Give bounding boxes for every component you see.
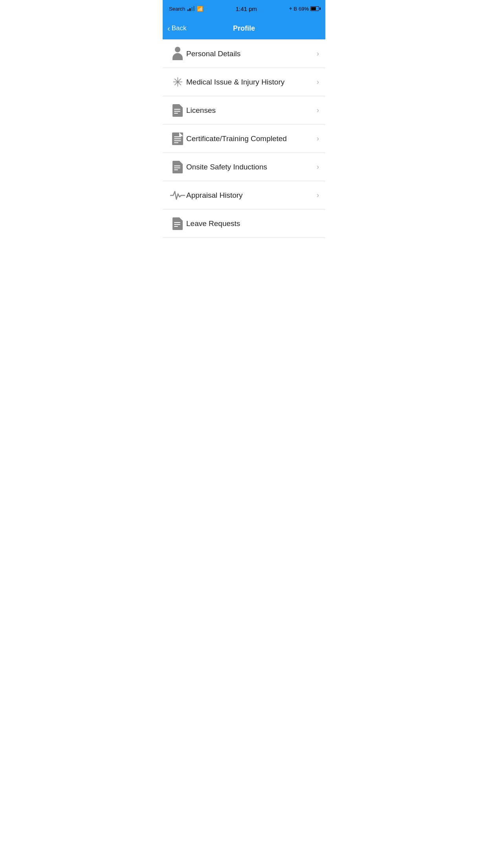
onsite-safety-label: Onsite Safety Inductions — [186, 163, 314, 171]
leave-requests-label: Leave Requests — [186, 219, 319, 228]
chevron-right-icon: › — [317, 106, 319, 114]
leave-icon — [169, 217, 186, 230]
appraisal-icon — [169, 190, 186, 201]
carrier-label: Search — [169, 6, 185, 12]
status-right: ⌖ B 69% — [289, 6, 319, 12]
menu-list: Personal Details › ✳ Medical Issue & Inj… — [163, 40, 325, 238]
chevron-right-icon: › — [317, 78, 319, 86]
certificate-icon — [169, 132, 186, 145]
content-area — [163, 238, 325, 395]
battery-percent: 69% — [299, 6, 309, 12]
personal-details-label: Personal Details — [186, 50, 314, 58]
safety-icon — [169, 161, 186, 173]
signal-bars-icon — [187, 6, 194, 11]
menu-item-onsite-safety[interactable]: Onsite Safety Inductions › — [163, 153, 325, 181]
back-chevron-icon: ‹ — [167, 24, 170, 32]
chevron-right-icon: › — [317, 163, 319, 171]
back-label: Back — [172, 24, 187, 32]
back-button[interactable]: ‹ Back — [167, 24, 186, 32]
person-icon — [169, 47, 186, 61]
wifi-icon: 📶 — [197, 6, 203, 12]
menu-item-personal-details[interactable]: Personal Details › — [163, 40, 325, 68]
menu-item-certificate-training[interactable]: Certificate/Training Completed › — [163, 125, 325, 153]
appraisal-history-label: Appraisal History — [186, 191, 314, 200]
document-icon — [169, 104, 186, 117]
status-time: 1:41 pm — [236, 6, 257, 12]
chevron-right-icon: › — [317, 134, 319, 143]
menu-item-leave-requests[interactable]: Leave Requests — [163, 210, 325, 238]
medical-issue-label: Medical Issue & Injury History — [186, 78, 314, 86]
status-bar: Search 📶 1:41 pm ⌖ B 69% — [163, 0, 325, 17]
navigation-bar: ‹ Back Profile — [163, 17, 325, 39]
menu-item-medical-issue[interactable]: ✳ Medical Issue & Injury History › — [163, 68, 325, 96]
chevron-right-icon: › — [317, 191, 319, 199]
bluetooth-icon: B — [294, 6, 297, 12]
menu-item-appraisal-history[interactable]: Appraisal History › — [163, 181, 325, 210]
location-icon: ⌖ — [289, 6, 292, 12]
status-left: Search 📶 — [169, 6, 203, 12]
licenses-label: Licenses — [186, 106, 314, 115]
chevron-right-icon: › — [317, 50, 319, 58]
battery-icon — [310, 6, 319, 11]
medical-icon: ✳ — [169, 76, 186, 88]
page-title: Profile — [233, 24, 255, 33]
certificate-training-label: Certificate/Training Completed — [186, 134, 314, 143]
menu-item-licenses[interactable]: Licenses › — [163, 96, 325, 125]
